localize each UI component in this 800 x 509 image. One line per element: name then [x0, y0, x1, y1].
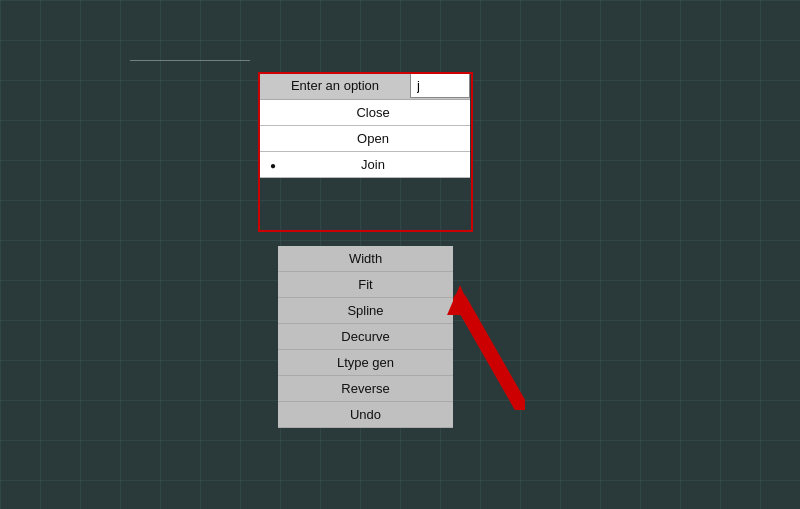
dialog-header: Enter an option — [260, 72, 470, 100]
bullet-icon: ● — [270, 159, 276, 170]
horizontal-line — [130, 60, 250, 61]
menu-item-open[interactable]: Open — [260, 126, 470, 152]
menu-item-decurve[interactable]: Decurve — [278, 324, 453, 350]
option-dialog: Enter an option Close Open ● Join — [260, 72, 470, 178]
menu-item-ltype-gen[interactable]: Ltype gen — [278, 350, 453, 376]
option-input[interactable] — [410, 73, 470, 98]
menu-item-undo[interactable]: Undo — [278, 402, 453, 428]
menu-item-fit[interactable]: Fit — [278, 272, 453, 298]
lower-menu: Width Fit Spline Decurve Ltype gen Rever… — [278, 246, 453, 428]
enter-option-label: Enter an option — [260, 72, 410, 99]
menu-item-width[interactable]: Width — [278, 246, 453, 272]
menu-item-reverse[interactable]: Reverse — [278, 376, 453, 402]
menu-item-close[interactable]: Close — [260, 100, 470, 126]
menu-item-join[interactable]: ● Join — [260, 152, 470, 178]
menu-item-spline[interactable]: Spline — [278, 298, 453, 324]
